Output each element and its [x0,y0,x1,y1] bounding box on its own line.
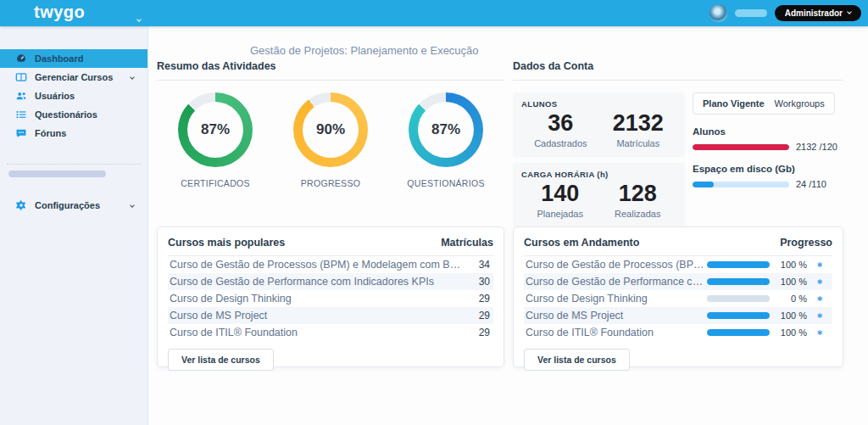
table-row[interactable]: Curso de Design Thinking 0 % ✱ [524,290,832,307]
main-content: Gestão de Projetos: Planejamento e Execu… [148,26,868,425]
course-name: Curso de Gestão de Performance com... [524,276,705,288]
alunos-usage-text: 2132 /120 [796,142,843,152]
course-progress-value: 100 % [771,277,807,287]
donut-value: 87% [201,121,230,138]
sidebar-item-questionarios[interactable]: Questionários [0,105,147,124]
donut-chart: 87% [409,92,483,167]
table-row[interactable]: Curso de Gestão de Performance com... 10… [524,273,832,290]
stat-group-carga-horaria: CARGA HORÁRIA (h) 140 Planejadas 128 Rea… [513,163,685,227]
course-name: Curso de ITIL® Foundation [524,327,705,338]
stat-value: 140 [537,181,583,207]
ver-lista-cursos-button[interactable]: Ver lista de cursos [168,349,274,371]
ongoing-column-header: Progresso [780,237,832,249]
table-row[interactable]: Curso de Gestão de Performance com Indic… [168,273,493,290]
course-name: Curso de Gestão de Processos (BPM) e Mod… [168,259,461,271]
table-row[interactable]: Curso de ITIL® Foundation 100 % ✱ [524,324,832,341]
sidebar-item-label: Usuários [35,91,75,101]
course-progress-value: 100 % [771,327,807,338]
top-bar: twygo Administrador [0,0,868,26]
stat-label: Realizadas [615,209,660,219]
asterisk-icon: ✱ [807,329,832,337]
popular-column-header: Matrículas [441,237,493,249]
asterisk-icon: ✱ [807,278,832,286]
course-name: Curso de ITIL® Foundation [168,327,461,338]
donut-chart: 90% [293,92,368,167]
chevron-down-icon [130,203,135,208]
course-name: Curso de Design Thinking [524,293,705,305]
course-progress-value: 0 % [771,294,807,304]
page-title: Gestão de Projetos: Planejamento e Execu… [250,44,479,57]
table-row[interactable]: Curso de MS Project 100 % ✱ [524,307,832,324]
sidebar-item-usuarios[interactable]: Usuários [0,87,147,105]
disco-progressbar [693,182,789,187]
table-row[interactable]: Curso de Gestão de Processos (BPM) e... … [524,256,832,273]
meter-label-alunos: Alunos [693,126,843,137]
sidebar-item-foruns[interactable]: Fóruns [0,124,147,143]
course-name: Curso de Gestão de Performance com Indic… [168,276,461,288]
popular-courses-card: Cursos mais populares Matrículas Curso d… [157,226,504,367]
dashboard-icon [15,53,27,64]
course-name: Curso de Design Thinking [168,293,461,305]
account-section: Dados da Conta ALUNOS 36 Cadastrados 213… [513,60,843,233]
course-name: Curso de Gestão de Processos (BPM) e... [524,259,705,271]
donut-value: 90% [316,121,345,138]
tab-plano-vigente[interactable]: Plano Vigente [703,98,765,109]
course-enrollments: 34 [461,259,493,271]
course-progressbar [707,278,770,285]
table-row[interactable]: Curso de Gestão de Processos (BPM) e Mod… [168,256,493,273]
stat-group-title: ALUNOS [521,99,676,109]
asterisk-icon: ✱ [807,295,832,303]
sidebar-item-configuracoes[interactable]: Configurações [0,196,147,215]
course-enrollments: 29 [461,327,493,338]
ongoing-heading: Cursos em Andamento [524,237,639,249]
sidebar-item-dashboard[interactable]: Dashboard [0,49,147,68]
ver-lista-cursos-button[interactable]: Ver lista de cursos [524,349,630,371]
donut-chart: 87% [178,92,253,167]
courses-icon [15,71,27,83]
sidebar-item-label: Dashboard [35,53,83,64]
sidebar-item-label: Gerenciar Cursos [35,72,113,82]
admin-menu-button[interactable]: Administrador [775,5,861,21]
sidebar-divider [7,164,141,165]
activities-section: Resumo das Atividades 87% CERTIFICADOS 9… [157,60,504,188]
course-progress-value: 100 % [771,260,807,270]
plan-tabs: Plano Vigente Workgroups [693,92,835,115]
org-switcher-chevron-icon[interactable] [137,9,141,25]
ongoing-rows: Curso de Gestão de Processos (BPM) e... … [524,256,832,341]
stat-value: 128 [615,181,660,207]
twygo-logo: twygo [34,3,85,22]
stat-value: 2132 [613,110,664,137]
donut-label: CERTIFICADOS [181,178,250,188]
table-row[interactable]: Curso de Design Thinking 29 [168,290,493,307]
table-row[interactable]: Curso de ITIL® Foundation 29 [168,324,493,341]
tab-workgroups[interactable]: Workgroups [775,98,825,109]
course-progress-value: 100 % [771,310,807,321]
user-avatar[interactable] [709,4,727,22]
popular-rows: Curso de Gestão de Processos (BPM) e Mod… [168,256,493,341]
user-name-placeholder [735,9,767,17]
course-enrollments: 29 [461,293,493,305]
chevron-down-icon [130,75,135,80]
sidebar-item-gerenciar-cursos[interactable]: Gerenciar Cursos [0,68,147,87]
asterisk-icon: ✱ [807,312,832,320]
sidebar-item-label: Fóruns [35,128,66,138]
sidebar-item-label: Configurações [35,200,100,210]
table-row[interactable]: Curso de MS Project 29 [168,307,493,324]
donut-progresso: 90% PROGRESSO [284,92,377,188]
chat-icon [15,127,27,139]
chevron-down-icon [847,9,852,14]
account-heading: Dados da Conta [513,60,843,81]
course-progressbar [707,261,770,268]
popular-heading: Cursos mais populares [168,237,285,249]
donut-label: QUESTIONÁRIOS [407,178,484,188]
disco-usage-text: 24 /110 [796,179,843,189]
sidebar: Dashboard Gerenciar Cursos Usuários [0,26,148,425]
alunos-progressbar [693,144,789,150]
meter-label-disco: Espaço em disco (Gb) [693,164,843,174]
checklist-icon [15,109,27,120]
activities-heading: Resumo das Atividades [157,60,504,81]
donut-label: PROGRESSO [301,178,360,188]
donut-value: 87% [431,121,460,138]
course-progressbar [707,329,770,336]
stat-label: Cadastrados [534,138,587,148]
